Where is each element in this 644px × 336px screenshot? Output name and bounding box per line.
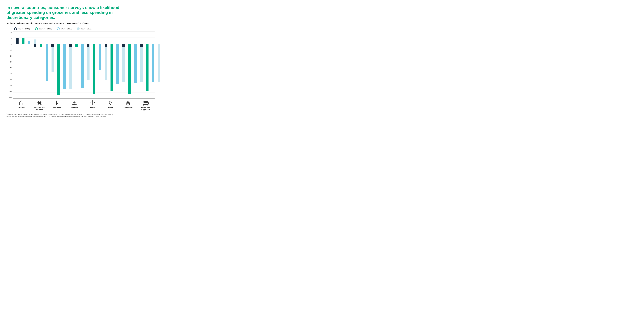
bar-furnishings-uk [152,44,154,82]
footnote-sup: 1 [6,113,7,114]
bars-wrapper [13,31,154,98]
bar-group-footwear [66,31,84,98]
category-icon-footwear [71,100,79,106]
category-label-jewelry: Jewelry [102,99,119,111]
category-icon-apparel [89,100,96,106]
bar-furnishings-us [158,44,160,82]
category-icon-groceries [18,100,26,106]
grid-line [13,98,154,99]
bar-group-apparel [84,31,102,98]
bar-group-jewelry [102,31,119,98]
category-label-text-accessories: Accessories [124,107,132,109]
category-label-accessories: Accessories [119,99,137,111]
svg-rect-6 [38,103,41,103]
category-label-text-apparel: Apparel [90,107,96,109]
legend-circle-us [77,27,80,30]
y-axis-label: -90 [10,97,12,98]
bar-footwear-uk [81,44,84,88]
y-axis-label: 10 [10,37,12,39]
category-label-qsr: Quick-servicerestaurant [31,99,48,111]
category-label-text-furnishings: Furnishings& appliances [141,107,150,111]
category-label-apparel: Apparel [84,99,102,111]
source: Source: McKinsey Marketing & Sales surve… [6,116,148,117]
category-icon-restaurant [53,100,61,106]
bar-groceries-spain [22,38,24,44]
y-axis-label: -70 [10,85,12,87]
subtitle: Net intent to change spending over the n… [6,22,154,24]
legend-label-italy: Italy (n = 1,003) [18,28,30,30]
y-axis-label: -40 [10,67,12,69]
legend-circle-uk [57,27,60,30]
bar-apparel-italy [87,44,90,47]
bar-restaurant-italy [52,44,54,47]
y-axis-label: -10 [10,49,12,51]
category-label-footwear: Footwear [66,99,84,111]
bar-qsr-italy [34,44,36,47]
legend: Italy (n = 1,003)Spain (n = 1,002)UK (n … [14,27,154,30]
svg-line-29 [148,105,148,106]
legend-label-uk: UK (n = 1,007) [61,28,72,30]
bar-group-groceries [13,31,31,98]
bar-footwear-italy [69,44,72,47]
y-axis-label: -60 [10,79,12,81]
category-icon-jewelry [106,100,114,106]
bar-group-accessories [119,31,137,98]
svg-marker-19 [109,101,112,102]
bar-qsr-spain [40,44,42,47]
svg-line-13 [74,103,77,103]
y-axis-label: -20 [10,55,12,57]
y-axis-label: -50 [10,73,12,75]
bar-group-restaurant [48,31,66,98]
footnote: 1 Net intent is calculated by subtractin… [6,113,148,115]
bar-restaurant-spain [57,44,60,95]
bar-groceries-italy [16,38,18,44]
bar-footwear-spain [75,44,78,47]
bar-jewelry-uk [116,44,119,84]
bar-group-qsr [31,31,48,98]
bar-accessories-uk [134,44,137,83]
bar-qsr-uk [46,44,48,81]
bar-restaurant-uk [63,44,66,89]
legend-item-italy: Italy (n = 1,003) [14,27,30,30]
y-axis-label: -30 [10,61,12,63]
category-icon-accessories [124,100,132,106]
legend-item-spain: Spain (n = 1,002) [35,27,52,30]
y-axis-label: -80 [10,91,12,92]
svg-rect-7 [38,104,41,104]
bar-furnishings-spain [146,44,148,91]
bar-furnishings-italy [140,44,142,47]
legend-label-us: US (n = 1,073) [81,28,92,30]
bar-group-furnishings [137,31,155,98]
svg-point-2 [22,101,22,101]
chart-body: Groceries Quick-servicerestaurant Restau… [13,31,154,111]
legend-circle-spain [35,27,38,30]
bar-jewelry-spain [110,44,113,91]
category-label-text-jewelry: Jewelry [108,107,113,109]
headline: In several countries, consumer surveys s… [6,5,122,20]
y-axis: 20100-10-20-30-40-50-60-70-80-90 [6,31,13,98]
category-label-furnishings: Furnishings& appliances [137,99,155,111]
bar-jewelry-italy [104,44,107,47]
legend-circle-italy [14,27,17,30]
legend-item-uk: UK (n = 1,007) [57,27,72,30]
svg-line-28 [144,105,144,106]
svg-point-8 [37,104,42,105]
category-label-text-groceries: Groceries [18,107,25,109]
bar-accessories-italy [122,44,125,47]
legend-item-us: US (n = 1,073) [77,27,92,30]
legend-label-spain: Spain (n = 1,002) [39,28,52,30]
category-icon-qsr [36,100,43,106]
bar-accessories-spain [128,44,131,94]
category-label-restaurant: Restaurant [48,99,66,111]
bar-apparel-spain [93,44,95,94]
svg-rect-25 [128,104,128,104]
category-label-text-restaurant: Restaurant [53,107,61,109]
y-axis-label: 20 [10,31,12,33]
category-label-groceries: Groceries [13,99,31,111]
category-label-text-qsr: Quick-servicerestaurant [34,107,44,111]
category-icon-furnishings [142,100,150,106]
y-axis-label: 0 [11,43,12,45]
svg-rect-24 [126,103,130,105]
bar-groceries-uk [28,41,30,44]
bar-apparel-uk [99,44,101,70]
